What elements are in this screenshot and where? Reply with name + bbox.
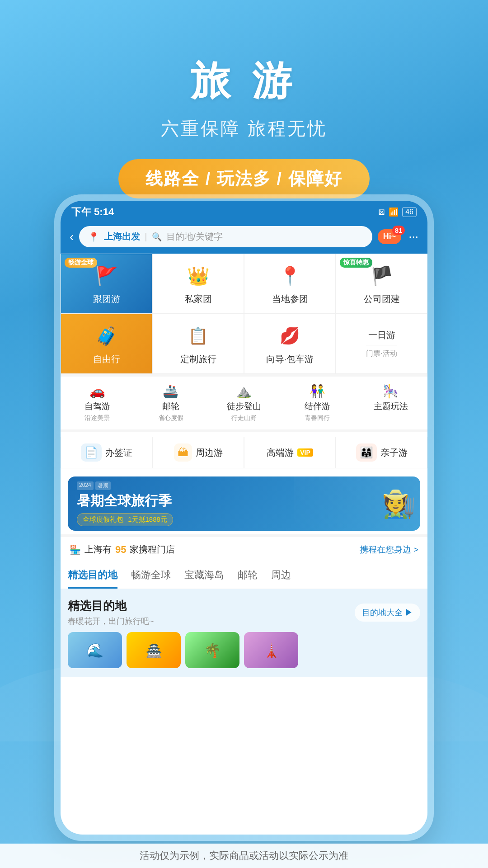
tab-featured[interactable]: 精选目的地 bbox=[68, 568, 117, 589]
category-free-travel[interactable]: 🧳 自由行 bbox=[61, 314, 152, 374]
store-left: 🏪 上海有 95 家携程门店 bbox=[70, 543, 175, 556]
store-link[interactable]: 携程在您身边 > bbox=[360, 544, 418, 556]
local-tour-icon: 📍 bbox=[277, 262, 304, 289]
category-self-drive[interactable]: 🚗 自驾游 沿途美景 bbox=[61, 377, 134, 429]
company-tour-icon: 🏴 bbox=[368, 262, 395, 289]
search-icon: 🔍 bbox=[152, 232, 162, 242]
custom-travel-label: 定制旅行 bbox=[180, 353, 216, 365]
dest-all-button[interactable]: 目的地大全 ▶ bbox=[355, 604, 420, 622]
hero-subtitle: 六重保障 旅程无忧 bbox=[0, 116, 488, 141]
search-origin: 上海出发 bbox=[104, 231, 140, 243]
category-private-tour[interactable]: 👑 私家团 bbox=[152, 254, 244, 314]
battery-level: 46 bbox=[402, 207, 417, 217]
screen-rotate-icon: ⊠ bbox=[378, 207, 385, 217]
search-right-actions: Hi~ 81 ··· bbox=[378, 229, 418, 244]
phone-inner: 下午 5:14 ⊠ 📶 46 ‹ 📍 上海出发 | 🔍 目的地/关键字 bbox=[61, 201, 427, 835]
visa-label: 办签证 bbox=[105, 447, 132, 459]
vip-badge: VIP bbox=[297, 448, 313, 457]
guide-car-icon: 💋 bbox=[277, 322, 304, 349]
service-nearby[interactable]: 🏔 周边游 bbox=[152, 437, 244, 468]
private-tour-icon: 👑 bbox=[185, 262, 212, 289]
banner-offer: 全球度假礼包 1元抵1888元 bbox=[77, 513, 173, 526]
more-button[interactable]: ··· bbox=[408, 230, 418, 244]
local-tour-label: 当地参团 bbox=[272, 293, 308, 305]
custom-travel-icon: 📋 bbox=[185, 322, 212, 349]
hero-badge: 线路全 / 玩法多 / 保障好 bbox=[118, 159, 369, 198]
wifi-icon: 📶 bbox=[389, 207, 399, 217]
family-label: 亲子游 bbox=[380, 447, 408, 459]
category-company-tour[interactable]: 惊喜特惠 🏴 公司团建 bbox=[336, 254, 427, 314]
free-travel-icon: 🧳 bbox=[93, 322, 120, 349]
tab-island[interactable]: 宝藏海岛 bbox=[184, 568, 224, 589]
dest-card[interactable]: 🌴 bbox=[185, 632, 239, 668]
category-custom-travel[interactable]: 📋 定制旅行 bbox=[152, 314, 244, 374]
banner-text: 2024 暑期 暑期全球旅行季 全球度假礼包 1元抵1888元 bbox=[68, 476, 182, 531]
store-info: 🏪 上海有 95 家携程门店 携程在您身边 > bbox=[61, 534, 427, 562]
category-cruise[interactable]: 🚢 邮轮 省心度假 bbox=[134, 377, 207, 429]
tab-nearby[interactable]: 周边 bbox=[271, 568, 291, 589]
status-bar: 下午 5:14 ⊠ 📶 46 bbox=[61, 201, 427, 222]
service-family[interactable]: 👨‍👩‍👧 亲子游 bbox=[336, 437, 427, 468]
category-hiking[interactable]: ⛰️ 徒步登山 行走山野 bbox=[207, 377, 281, 429]
dest-section-subtitle: 春暖花开，出门旅行吧~ bbox=[68, 616, 154, 627]
store-icon: 🏪 bbox=[70, 544, 81, 555]
dest-section-info: 精选目的地 春暖花开，出门旅行吧~ bbox=[68, 598, 154, 627]
phone-mockup: 下午 5:14 ⊠ 📶 46 ‹ 📍 上海出发 | 🔍 目的地/关键字 bbox=[54, 194, 434, 841]
destination-tabs: 精选目的地 畅游全球 宝藏海岛 邮轮 周边 bbox=[61, 562, 427, 589]
location-pin-icon: 📍 bbox=[88, 231, 99, 242]
hero-title: 旅 游 bbox=[0, 54, 488, 108]
category-companion[interactable]: 👫 结伴游 青春同行 bbox=[281, 377, 354, 429]
category-day-trip[interactable]: 一日游 门票·活动 bbox=[336, 314, 427, 374]
group-tour-icon: 🚩 bbox=[93, 262, 120, 289]
free-travel-label: 自由行 bbox=[93, 353, 120, 365]
service-luxury[interactable]: 高端游 VIP bbox=[244, 437, 336, 468]
tab-cruise[interactable]: 邮轮 bbox=[238, 568, 258, 589]
status-icons: ⊠ 📶 46 bbox=[378, 207, 417, 217]
service-visa[interactable]: 📄 办签证 bbox=[61, 437, 152, 468]
hero-section: 旅 游 六重保障 旅程无忧 线路全 / 玩法多 / 保障好 bbox=[0, 0, 488, 198]
status-time: 下午 5:14 bbox=[71, 205, 114, 219]
dest-card[interactable]: 🌊 bbox=[68, 632, 122, 668]
category-local-tour[interactable]: 📍 当地参团 bbox=[244, 254, 336, 314]
dest-card[interactable]: 🗼 bbox=[244, 632, 298, 668]
tab-global[interactable]: 畅游全球 bbox=[131, 568, 171, 589]
search-dest-placeholder: 目的地/关键字 bbox=[166, 231, 223, 243]
services-row: 📄 办签证 🏔 周边游 高端游 VIP 👨‍👩‍👧 亲子游 bbox=[61, 429, 427, 473]
group-tour-tag: 畅游全球 bbox=[65, 258, 97, 268]
notification-badge: 81 bbox=[392, 226, 405, 235]
store-count: 95 bbox=[115, 544, 126, 556]
promo-banner[interactable]: 2024 暑期 暑期全球旅行季 全球度假礼包 1元抵1888元 🧑‍🌾 bbox=[68, 476, 420, 531]
search-bar: ‹ 📍 上海出发 | 🔍 目的地/关键字 Hi~ 81 ··· bbox=[61, 222, 427, 254]
destinations-section: 精选目的地 春暖花开，出门旅行吧~ 目的地大全 ▶ 🌊 🏯 🌴 🗼 bbox=[61, 589, 427, 677]
category-group-tour[interactable]: 畅游全球 🚩 跟团游 bbox=[61, 254, 152, 314]
hi-button-wrap: Hi~ 81 bbox=[378, 229, 402, 244]
guide-car-label: 向导·包车游 bbox=[266, 353, 314, 365]
company-tour-tag: 惊喜特惠 bbox=[340, 258, 372, 268]
banner-character: 🧑‍🌾 bbox=[382, 476, 416, 531]
nearby-label: 周边游 bbox=[196, 447, 223, 459]
category-grid-row2: 🧳 自由行 📋 定制旅行 💋 向导·包车游 bbox=[61, 314, 427, 374]
banner-title: 暑期全球旅行季 bbox=[77, 492, 173, 510]
group-tour-label: 跟团游 bbox=[93, 293, 120, 305]
search-input[interactable]: 📍 上海出发 | 🔍 目的地/关键字 bbox=[79, 226, 372, 247]
disclaimer: 活动仅为示例，实际商品或活动以实际公示为准 bbox=[0, 844, 488, 868]
dest-card[interactable]: 🏯 bbox=[127, 632, 181, 668]
category-guide-car[interactable]: 💋 向导·包车游 bbox=[244, 314, 336, 374]
category-row3: 🚗 自驾游 沿途美景 🚢 邮轮 省心度假 ⛰️ 徒步登山 行走山野 👫 结伴游 bbox=[61, 374, 427, 429]
private-tour-label: 私家团 bbox=[185, 293, 212, 305]
category-theme[interactable]: 🎠 主题玩法 bbox=[354, 377, 427, 429]
phone-outer: 下午 5:14 ⊠ 📶 46 ‹ 📍 上海出发 | 🔍 目的地/关键字 bbox=[54, 194, 434, 841]
dest-section-header: 精选目的地 春暖花开，出门旅行吧~ 目的地大全 ▶ bbox=[68, 598, 420, 627]
dest-cards: 🌊 🏯 🌴 🗼 bbox=[68, 632, 420, 668]
day-trip-label: 一日游 bbox=[368, 329, 395, 341]
company-tour-label: 公司团建 bbox=[364, 293, 400, 305]
dest-section-title: 精选目的地 bbox=[68, 598, 154, 614]
luxury-label: 高端游 bbox=[267, 447, 294, 459]
category-grid-row1: 畅游全球 🚩 跟团游 👑 私家团 📍 bbox=[61, 254, 427, 314]
back-button[interactable]: ‹ bbox=[70, 230, 74, 244]
ticket-activity-label: 门票·活动 bbox=[366, 345, 397, 359]
